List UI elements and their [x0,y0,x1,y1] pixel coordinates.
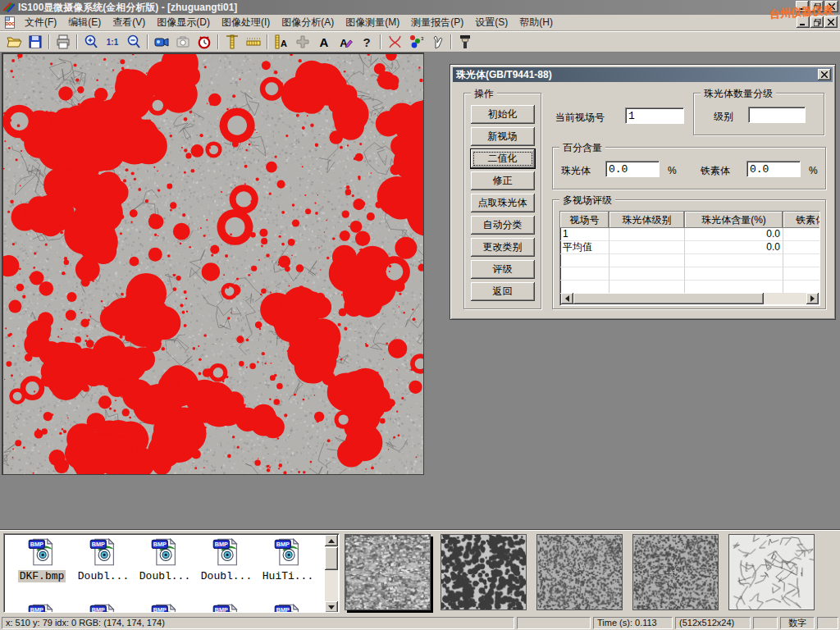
restore-button[interactable] [810,1,824,12]
return-button[interactable]: 返回 [471,282,535,301]
table-row[interactable] [560,281,819,294]
file-item[interactable]: BMPDoubl... [75,537,132,582]
pen-tool-button[interactable] [427,33,448,51]
table-cell [685,267,783,281]
table-row[interactable] [560,267,819,281]
auto-classify-button[interactable]: 自动分类 [471,216,535,235]
rate-button[interactable]: 评级 [471,260,535,279]
rating-table-header: 视场号珠光体级别珠光体含量(%)铁素体含量(%) [560,212,819,228]
video-capture-button[interactable] [151,33,172,51]
menu-file[interactable]: 文件(F) [19,14,62,31]
pick-pearlite-button[interactable]: 点取珠光体 [471,194,535,212]
table-row[interactable]: 平均值0.0 [560,241,819,254]
scrollbar-thumb[interactable] [325,547,338,570]
dialog-title-bar[interactable]: 珠光体(GB/T9441-88) [453,67,833,82]
file-name: Doubl... [199,570,253,582]
gallery-thumbnail[interactable] [728,534,815,610]
menu-settings[interactable]: 设置(S) [469,14,514,31]
dialog-close-button[interactable] [818,69,831,80]
table-cell [609,254,685,267]
table-horizontal-scrollbar[interactable] [561,293,819,304]
scroll-up-button[interactable] [325,535,338,546]
scrollbar-thumb[interactable] [573,293,764,304]
file-item[interactable]: BMPHuiTi... [259,537,317,582]
toolbar-separator [48,34,50,49]
gallery-thumbnail[interactable] [345,534,431,610]
annotate-tool-button[interactable]: A [335,33,356,51]
pearlite-percent-input[interactable] [605,161,660,177]
table-row[interactable]: 10.0 [560,228,819,241]
timer-button[interactable] [194,33,215,51]
menu-edit[interactable]: 编辑(E) [62,14,107,31]
file-item[interactable]: BMP [259,603,317,613]
table-col-header[interactable]: 铁素体含量(%) [783,212,820,228]
file-item[interactable]: BMP [75,603,132,613]
file-item[interactable]: BMP [198,603,255,613]
mdi-restore-button[interactable] [810,16,824,28]
menu-view[interactable]: 查看(V) [107,14,151,31]
change-class-button[interactable]: 更改类别 [471,238,535,257]
table-col-header[interactable]: 珠光体含量(%) [685,212,783,228]
mdi-minimize-button[interactable] [797,16,810,28]
minimize-button[interactable] [796,1,809,12]
svg-text:BMP: BMP [153,606,167,613]
measure-vertical-button[interactable] [221,33,243,51]
scroll-left-button[interactable] [561,293,573,304]
ferrite-percent-sign: % [809,165,818,176]
arrow-right-icon [810,295,815,302]
table-cell: 0.0 [685,241,783,254]
menu-image-analysis[interactable]: 图像分析(A) [276,14,340,31]
ferrite-percent-input[interactable] [746,161,801,177]
file-item[interactable]: BMPDKF.bmp [13,537,71,582]
camera-capture-button[interactable] [172,33,194,51]
gallery-thumbnail[interactable] [536,534,623,610]
text-tool-button[interactable]: A [313,33,335,51]
initialize-button[interactable]: 初始化 [471,105,535,124]
scroll-right-button[interactable] [806,293,819,304]
table-col-header[interactable]: 珠光体级别 [609,212,685,228]
scroll-down-button[interactable] [325,601,338,613]
menu-help[interactable]: 帮助(H) [514,14,559,31]
close-button[interactable] [825,1,838,12]
file-vertical-scrollbar[interactable] [325,535,338,613]
brush-tool-button[interactable] [454,33,476,51]
move-tool-button[interactable] [292,33,313,51]
curve-tool-button[interactable] [384,33,405,51]
correct-button[interactable]: 修正 [471,171,535,190]
grade-input[interactable] [748,107,806,123]
multifield-group-title: 多视场评级 [559,194,615,208]
calibration-button[interactable]: A [271,33,292,51]
open-button[interactable] [3,33,25,51]
file-item[interactable]: BMP [136,603,194,613]
current-field-input[interactable] [625,107,684,124]
mdi-close-button[interactable] [824,16,838,28]
file-item[interactable]: BMP [13,603,71,613]
help-button[interactable]: ? [356,33,377,51]
print-button[interactable] [52,33,74,51]
count-markers-button[interactable]: 3 [405,33,427,51]
binarize-button[interactable]: 二值化 [471,149,535,168]
camera-icon [175,34,191,50]
menu-image-measure[interactable]: 图像测量(M) [340,14,405,31]
file-item[interactable]: BMPDoubl... [136,537,194,582]
table-col-header[interactable]: 视场号 [560,212,609,228]
gallery-thumbnail[interactable] [632,534,719,610]
zoom-out-button[interactable] [123,33,144,51]
gallery-thumbnail[interactable] [441,534,527,610]
menu-image-display[interactable]: 图像显示(D) [151,14,216,31]
title-bar: IS100显微摄像系统(金相分析版) - [zhuguangti01] [0,0,840,15]
measure-horizontal-button[interactable] [243,33,264,51]
question-mark-icon: ? [358,34,375,50]
image-window [2,52,424,475]
bmp-file-icon: BMP [89,603,118,613]
file-item[interactable]: BMPDoubl... [198,537,255,582]
zoom-in-button[interactable] [80,33,102,51]
save-button[interactable] [25,33,46,51]
new-field-button[interactable]: 新视场 [471,127,535,146]
calibration-ruler-icon: A [273,34,290,50]
table-row[interactable] [560,254,819,267]
menu-image-process[interactable]: 图像处理(I) [216,14,276,31]
actual-size-button[interactable]: 1:1 [102,33,123,51]
micrograph-canvas[interactable] [3,54,423,474]
menu-report[interactable]: 测量报告(P) [405,14,469,31]
